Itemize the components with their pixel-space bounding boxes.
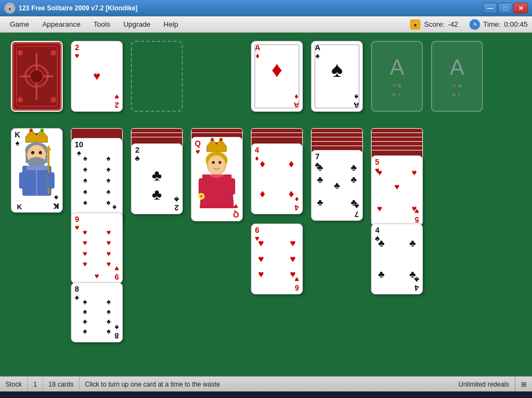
svg-rect-44 — [199, 178, 204, 195]
foundation-3[interactable]: A ♥ ♣ ♠ ♦ — [371, 41, 423, 112]
score-label: Score: — [424, 20, 445, 28]
tableau-col7-5h[interactable]: 5♥ ♥ ♥ ♥ ♥ ♥ 5♥ — [371, 155, 423, 226]
status-bar: Stock 1 18 cards Click to turn up one ca… — [0, 376, 532, 391]
foundation-1[interactable]: A♦ ♦ A♦ — [251, 41, 303, 112]
svg-text:♠: ♠ — [9, 6, 11, 11]
window-title: 123 Free Solitaire 2009 v7.2 [Klondike] — [19, 4, 138, 12]
svg-point-42 — [212, 161, 215, 164]
time-label: Time: — [483, 20, 501, 28]
menu-bar: Game Appearance Tools Upgrade Help ★ Sco… — [0, 16, 532, 33]
svg-point-38 — [219, 138, 223, 141]
svg-point-12 — [51, 50, 56, 56]
stock-count: 1 — [33, 381, 37, 388]
minimize-button[interactable]: — — [483, 3, 497, 14]
status-cards-count: 18 cards — [43, 377, 80, 391]
svg-rect-32 — [48, 172, 55, 189]
time-area: Time: 0:00:45 — [469, 19, 528, 30]
svg-marker-35 — [207, 140, 226, 152]
title-bar: ♠ 123 Free Solitaire 2009 v7.2 [Klondike… — [0, 0, 532, 16]
f4-suits: ♥ ♣ ♠ ♦ — [452, 82, 462, 98]
svg-point-37 — [216, 142, 218, 144]
tableau-col2-10s[interactable]: 10♠ 9 ♥ ♠ ♠ ♠ ♠ ♠ ♠ ♠ ♠ ♠ ♠ 10♠ — [71, 138, 123, 222]
time-icon — [469, 19, 480, 30]
status-stock-count: 1 — [28, 377, 43, 391]
menu-bar-right: ★ Score: -42 Time: 0:00:45 — [410, 19, 528, 30]
svg-point-47 — [200, 195, 203, 198]
menu-help[interactable]: Help — [158, 19, 184, 30]
stock-label: Stock — [5, 381, 22, 388]
svg-point-10 — [30, 70, 43, 83]
resize-icon: ⊞ — [521, 381, 527, 388]
score-icon: ★ — [410, 19, 421, 30]
svg-point-18 — [40, 129, 44, 132]
foundation-2[interactable]: A♠ ♠ A♠ — [311, 41, 363, 112]
svg-marker-15 — [26, 130, 47, 142]
status-hint: Click to turn up one card at a time to t… — [80, 381, 453, 388]
tableau-col2-8s[interactable]: 8♠ ♠♠ ♠♠ ♠♠ ♠♠ 8♠ — [71, 282, 123, 342]
tableau-col3-2c[interactable]: 2♣ ♣ ♣ 2♣ — [131, 143, 183, 214]
svg-point-11 — [17, 50, 23, 56]
cards-count: 18 cards — [49, 381, 74, 388]
status-stock: Stock — [0, 377, 28, 391]
svg-point-14 — [51, 97, 56, 102]
waste-card-center: ♥ — [93, 69, 100, 83]
tableau-col7-4c[interactable]: 4♣ ♣ ♣ ♣ ♣ 4♣ — [371, 224, 423, 294]
svg-point-43 — [219, 161, 222, 164]
svg-point-17 — [35, 133, 38, 135]
score-area: ★ Score: -42 — [410, 19, 458, 30]
status-redeals: Unlimited redeals — [453, 377, 515, 391]
tableau-col5-4d[interactable]: 4♦ ♦ ♦ ♦ ♦ 4♦ — [251, 143, 303, 214]
redeals-text: Unlimited redeals — [458, 381, 509, 388]
tableau-col4-queen[interactable]: Q♥ — [191, 137, 243, 221]
menu-tools[interactable]: Tools — [88, 19, 116, 30]
game-area[interactable]: 2♥ ♥ 2♥ A♦ ♦ A♦ A♠ ♠ A♠ A ♥ ♣ ♠ ♦ A ♥ ♣ … — [0, 33, 532, 376]
time-value: 0:00:45 — [504, 20, 528, 28]
title-bar-left: ♠ 123 Free Solitaire 2009 v7.2 [Klondike… — [4, 3, 138, 14]
svg-text:★: ★ — [413, 22, 417, 28]
status-resize[interactable]: ⊞ — [515, 377, 532, 391]
menu-appearance[interactable]: Appearance — [37, 19, 86, 30]
tableau-col5-6h[interactable]: 6♥ ♥ ♥ ♥ ♥ ♥ ♥ 6♥ — [251, 224, 303, 294]
svg-point-36 — [211, 138, 214, 141]
waste-card-rank: 2♥ — [75, 44, 79, 61]
svg-point-41 — [208, 155, 225, 174]
tableau-col1-card1[interactable]: K♠ — [11, 128, 63, 213]
svg-rect-31 — [19, 172, 26, 189]
menu-game[interactable]: Game — [4, 19, 34, 30]
foundation-4[interactable]: A ♥ ♣ ♠ ♦ — [431, 41, 483, 112]
menu-upgrade[interactable]: Upgrade — [118, 19, 156, 30]
tableau-col6-7c[interactable]: 7♣ ♣ ♣ ♣ ♣ ♣ ♣ ♣ 7♣ — [311, 150, 363, 221]
tableau-col2-9h[interactable]: 9♥ ♥♥ ♥♥ ♥♥ ♥♥ ♥ 9♥ — [71, 213, 123, 284]
stock-pile[interactable] — [11, 41, 63, 112]
col1-rank-br: K♠ — [53, 193, 59, 210]
score-value: -42 — [448, 20, 458, 28]
waste-pile[interactable]: 2♥ ♥ 2♥ — [71, 41, 123, 112]
maximize-button[interactable]: □ — [498, 3, 512, 14]
svg-point-24 — [39, 151, 42, 154]
svg-point-16 — [29, 129, 33, 132]
waste-card-rank-br: 2♥ — [115, 92, 119, 109]
app-logo: ♠ — [4, 3, 15, 14]
empty-slot-3 — [131, 41, 183, 112]
hint-text: Click to turn up one card at a time to t… — [85, 381, 220, 388]
svg-rect-45 — [230, 178, 235, 195]
svg-point-13 — [17, 97, 23, 102]
close-button[interactable]: ✕ — [513, 3, 528, 14]
svg-point-23 — [31, 151, 34, 154]
f3-suits: ♥ ♣ ♠ ♦ — [392, 82, 402, 98]
svg-text:K: K — [17, 203, 22, 211]
window-controls: — □ ✕ — [483, 3, 528, 14]
